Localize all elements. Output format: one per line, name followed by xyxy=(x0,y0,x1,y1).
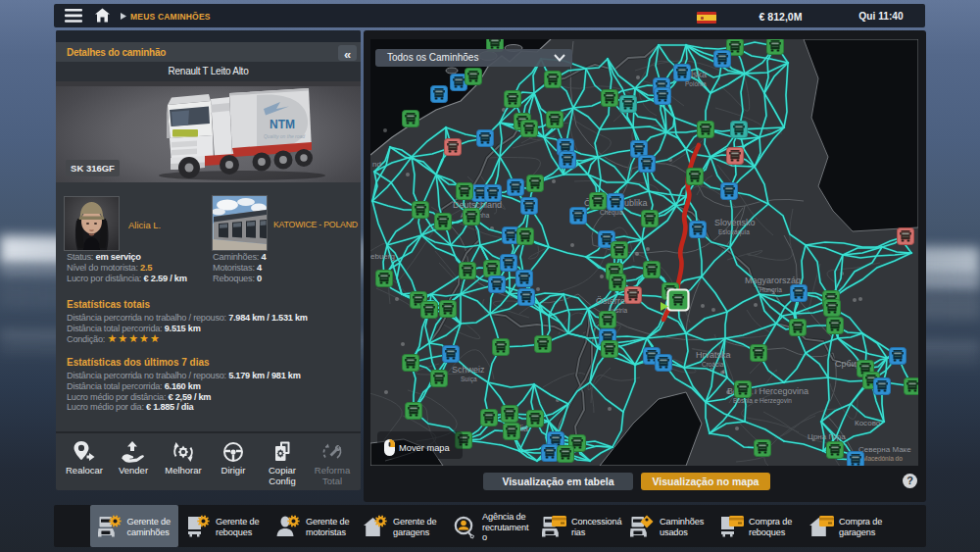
svg-text:ebuerg: ebuerg xyxy=(370,252,395,261)
svg-text:Macedónia do: Macedónia do xyxy=(862,455,903,462)
svg-text:Bósnia e Herzegovin: Bósnia e Herzegovin xyxy=(733,397,792,405)
svg-text:Magyarország: Magyarország xyxy=(745,276,801,285)
svg-text:Eslováquia: Eslováquia xyxy=(718,228,750,236)
svg-text:nd: nd xyxy=(372,160,381,169)
svg-text:Croácia: Croácia xyxy=(702,361,724,368)
svg-text:Schweiz: Schweiz xyxy=(452,365,485,375)
svg-text:Polónia: Polónia xyxy=(685,80,707,87)
svg-text:Северна Маке: Северна Маке xyxy=(858,445,911,454)
svg-text:Quality on the road: Quality on the road xyxy=(264,133,305,139)
svg-text:Hrvatska: Hrvatska xyxy=(696,350,731,360)
svg-text:Hungria: Hungria xyxy=(760,286,782,294)
svg-text:Suíça: Suíça xyxy=(461,376,477,383)
svg-text:Slovensko: Slovensko xyxy=(714,218,756,227)
svg-text:Косово: Косово xyxy=(855,419,881,427)
svg-text:NTM: NTM xyxy=(270,118,295,131)
svg-text:Црна Гора: Црна Гора xyxy=(808,432,846,441)
